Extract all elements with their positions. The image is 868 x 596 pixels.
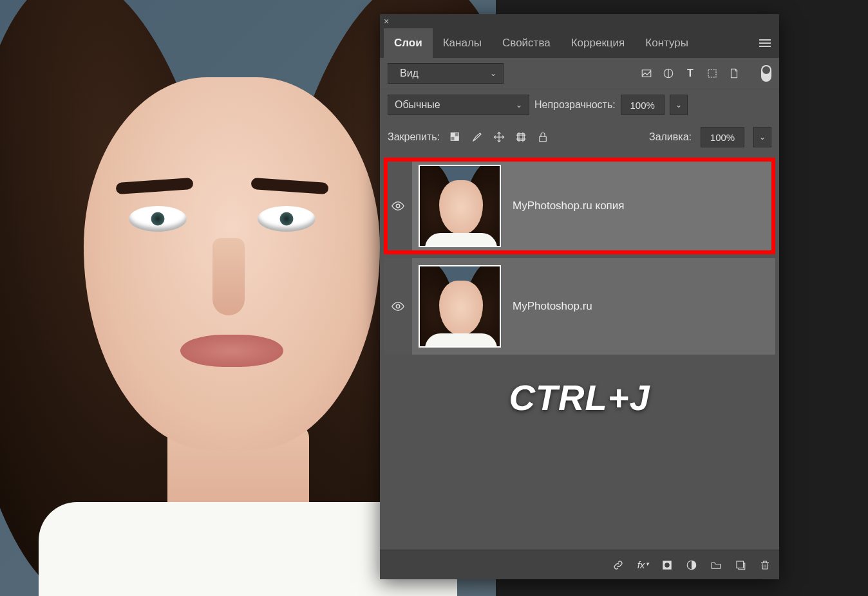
eye-icon [391, 299, 405, 313]
tab-properties[interactable]: Свойства [492, 28, 561, 58]
layer-name[interactable]: MyPhotoshop.ru [513, 300, 592, 313]
opacity-value[interactable]: 100% [621, 95, 665, 115]
opacity-stepper[interactable]: ⌄ [670, 95, 688, 115]
lock-all-icon[interactable] [536, 131, 549, 143]
svg-point-18 [396, 304, 400, 308]
chevron-down-icon: ⌄ [516, 100, 522, 109]
svg-point-17 [396, 204, 400, 208]
layers-panel-footer: fx▾ [380, 550, 779, 579]
smart-filter-icon[interactable] [728, 68, 741, 79]
tab-adjustments[interactable]: Коррекция [561, 28, 636, 58]
layer-row[interactable]: MyPhotoshop.ru копия [384, 158, 775, 254]
fill-stepper[interactable]: ⌄ [753, 127, 771, 147]
close-panel-icon[interactable]: × [384, 16, 389, 26]
tab-layers[interactable]: Слои [384, 28, 433, 58]
svg-point-20 [665, 563, 670, 568]
lock-label: Закрепить: [388, 131, 440, 143]
lock-transparency-icon[interactable] [449, 131, 462, 143]
panel-tabs: Слои Каналы Свойства Коррекция Контуры [380, 28, 779, 58]
layer-fx-icon[interactable]: fx▾ [636, 559, 649, 571]
type-filter-icon[interactable]: T [684, 68, 697, 79]
new-group-icon[interactable] [710, 559, 722, 571]
panel-menu-button[interactable] [751, 28, 779, 58]
shape-filter-icon[interactable] [706, 68, 719, 79]
lock-position-icon[interactable] [493, 131, 505, 143]
filter-toggle[interactable] [761, 65, 771, 82]
layer-thumbnail[interactable] [419, 265, 501, 348]
svg-rect-16 [540, 136, 547, 142]
tab-paths[interactable]: Контуры [635, 28, 699, 58]
svg-rect-8 [455, 136, 458, 140]
svg-rect-5 [451, 133, 455, 136]
link-layers-icon[interactable] [612, 559, 625, 571]
eye-icon [391, 199, 405, 213]
lock-paint-icon[interactable] [471, 131, 484, 143]
svg-rect-7 [451, 136, 455, 140]
svg-rect-2 [642, 70, 651, 77]
add-mask-icon[interactable] [661, 559, 674, 571]
svg-rect-11 [518, 134, 525, 141]
panel-titlebar: × [380, 14, 779, 28]
chevron-down-icon: ⌄ [490, 69, 496, 78]
layer-visibility-toggle[interactable] [384, 258, 412, 355]
layers-list: MyPhotoshop.ru копия MyPhotoshop.ru CTRL… [380, 154, 779, 550]
fill-label: Заливка: [649, 131, 692, 143]
layer-name[interactable]: MyPhotoshop.ru копия [513, 200, 625, 212]
image-filter-icon[interactable] [640, 68, 653, 79]
layer-filter-label: Вид [400, 68, 419, 79]
delete-layer-icon[interactable] [759, 559, 771, 571]
layer-filter-dropdown[interactable]: Вид ⌄ [388, 63, 504, 84]
adjustment-filter-icon[interactable] [662, 68, 675, 79]
hamburger-icon [759, 42, 771, 44]
new-adjustment-layer-icon[interactable] [685, 559, 698, 571]
lock-artboard-icon[interactable] [514, 131, 527, 143]
layers-panel: × Слои Каналы Свойства Коррекция Контуры… [380, 14, 779, 579]
fill-value[interactable]: 100% [701, 127, 744, 147]
layer-row[interactable]: MyPhotoshop.ru [384, 258, 775, 355]
layer-thumbnail[interactable] [419, 165, 501, 247]
opacity-label: Непрозрачность: [534, 99, 616, 111]
new-layer-icon[interactable] [734, 559, 747, 571]
shortcut-hint-overlay: CTRL+J [384, 377, 775, 418]
svg-rect-22 [737, 561, 744, 568]
blend-mode-label: Обычные [395, 99, 440, 111]
svg-rect-4 [708, 70, 716, 77]
tab-channels[interactable]: Каналы [433, 28, 492, 58]
svg-rect-6 [455, 133, 458, 136]
layer-visibility-toggle[interactable] [384, 158, 412, 254]
blend-mode-dropdown[interactable]: Обычные ⌄ [388, 95, 529, 115]
